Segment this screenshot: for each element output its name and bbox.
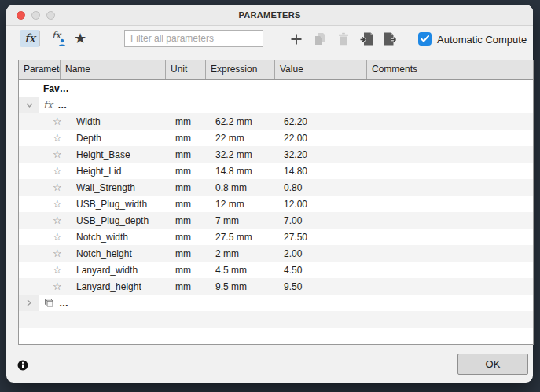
favorite-star-icon[interactable]: ☆ bbox=[53, 231, 62, 243]
info-button[interactable] bbox=[17, 360, 28, 371]
add-parameter-button[interactable] bbox=[288, 31, 305, 47]
parameter-row[interactable]: ☆Wall_Strengthmm0.8 mm0.80 bbox=[19, 179, 533, 196]
param-unit-cell: mm bbox=[171, 265, 211, 276]
column-header-comments[interactable]: Comments bbox=[367, 60, 533, 79]
group-row-model-parameters[interactable]: … bbox=[19, 295, 533, 311]
param-unit-cell: mm bbox=[171, 166, 211, 177]
parameter-row[interactable]: ☆USB_Plug_depthmm7 mm7.00 bbox=[19, 212, 533, 229]
param-expression-cell[interactable]: 22 mm bbox=[211, 133, 279, 144]
title-bar[interactable]: PARAMETERS bbox=[6, 5, 533, 26]
filter-parameters-input[interactable] bbox=[124, 30, 263, 47]
favorite-star-icon[interactable]: ☆ bbox=[53, 148, 62, 160]
param-unit-cell: mm bbox=[171, 133, 211, 144]
favorite-star-icon[interactable]: ☆ bbox=[53, 264, 62, 276]
param-name-cell[interactable]: Wall_Strength bbox=[76, 182, 171, 193]
favorites-group-label: Fav… bbox=[19, 83, 69, 94]
param-name-cell[interactable]: Height_Base bbox=[76, 149, 171, 160]
parameter-row[interactable]: ☆Lanyard_heightmm9.5 mm9.50 bbox=[19, 278, 533, 295]
param-name-cell[interactable]: Notch_width bbox=[76, 232, 171, 243]
param-expression-cell[interactable]: 2 mm bbox=[211, 248, 279, 259]
chevron-down-icon bbox=[26, 103, 33, 108]
param-value-cell: 32.20 bbox=[279, 149, 371, 160]
show-all-parameters-button[interactable]: fx bbox=[20, 30, 40, 47]
favorite-cell: ☆ bbox=[19, 113, 76, 130]
expand-toggle[interactable] bbox=[19, 295, 39, 311]
import-icon bbox=[360, 32, 374, 46]
favorite-star-icon[interactable]: ☆ bbox=[53, 181, 62, 193]
param-expression-cell[interactable]: 62.2 mm bbox=[211, 116, 279, 127]
parameter-row[interactable]: ☆Depthmm22 mm22.00 bbox=[19, 130, 533, 146]
param-value-cell: 14.80 bbox=[279, 166, 371, 177]
favorite-star-icon[interactable]: ☆ bbox=[53, 214, 62, 226]
column-header-value[interactable]: Value bbox=[275, 60, 367, 79]
collapse-toggle[interactable] bbox=[19, 97, 39, 113]
model-group-cube-icon bbox=[42, 297, 54, 310]
param-expression-cell[interactable]: 12 mm bbox=[211, 199, 279, 210]
param-name-cell[interactable]: Depth bbox=[76, 133, 171, 144]
param-unit-cell: mm bbox=[171, 182, 211, 193]
column-header-parameter[interactable]: Parameter bbox=[19, 60, 61, 79]
param-name-cell[interactable]: Width bbox=[76, 116, 171, 127]
param-value-cell: 4.50 bbox=[279, 265, 371, 276]
param-name-cell[interactable]: USB_Plug_width bbox=[76, 199, 171, 210]
model-group-label: … bbox=[59, 298, 68, 309]
parameter-row[interactable]: ☆Notch_heightmm2 mm2.00 bbox=[19, 245, 533, 262]
param-name-cell[interactable]: Lanyard_height bbox=[76, 281, 171, 292]
param-expression-cell[interactable]: 14.8 mm bbox=[211, 166, 279, 177]
parameters-dialog: PARAMETERS fx fx ★ bbox=[6, 5, 533, 383]
param-expression-cell[interactable]: 27.5 mm bbox=[211, 232, 279, 243]
param-unit-cell: mm bbox=[171, 281, 211, 292]
param-value-cell: 7.00 bbox=[279, 215, 371, 226]
automatic-compute-checkbox[interactable] bbox=[418, 32, 432, 46]
ok-button[interactable]: OK bbox=[457, 354, 528, 375]
column-header-unit[interactable]: Unit bbox=[166, 60, 206, 79]
import-parameters-button[interactable] bbox=[358, 31, 376, 47]
param-name-cell[interactable]: USB_Plug_depth bbox=[76, 215, 171, 226]
param-name-cell[interactable]: Notch_height bbox=[76, 248, 171, 259]
param-expression-cell[interactable]: 9.5 mm bbox=[211, 281, 279, 292]
favorite-cell: ☆ bbox=[19, 278, 76, 295]
column-header-name[interactable]: Name bbox=[61, 60, 166, 79]
column-header-expression[interactable]: Expression bbox=[206, 60, 275, 79]
group-row-favorites[interactable]: Fav… bbox=[19, 80, 533, 97]
export-parameters-button[interactable] bbox=[382, 31, 399, 47]
favorite-star-icon[interactable]: ☆ bbox=[53, 132, 62, 144]
param-unit-cell: mm bbox=[171, 215, 211, 226]
parameter-row[interactable]: ☆Widthmm62.2 mm62.20 bbox=[19, 113, 533, 130]
param-name-cell[interactable]: Lanyard_width bbox=[76, 265, 171, 276]
user-group-label: … bbox=[57, 100, 67, 111]
param-expression-cell[interactable]: 32.2 mm bbox=[211, 149, 279, 160]
favorite-star-icon[interactable]: ☆ bbox=[53, 280, 62, 292]
user-icon bbox=[58, 38, 66, 46]
param-expression-cell[interactable]: 4.5 mm bbox=[211, 265, 279, 276]
favorite-star-icon[interactable]: ☆ bbox=[53, 247, 62, 259]
toolbar-divider bbox=[39, 31, 40, 46]
param-name-cell[interactable]: Height_Lid bbox=[76, 166, 171, 177]
parameter-row[interactable]: ☆Lanyard_widthmm4.5 mm4.50 bbox=[19, 262, 533, 278]
group-row-user-parameters[interactable]: fx … bbox=[19, 97, 533, 113]
favorite-cell: ☆ bbox=[19, 163, 76, 179]
chevron-right-icon bbox=[27, 299, 31, 306]
parameter-row[interactable]: ☆USB_Plug_widthmm12 mm12.00 bbox=[19, 196, 533, 212]
favorite-cell: ☆ bbox=[19, 229, 76, 245]
parameter-row[interactable]: ☆Height_Basemm32.2 mm32.20 bbox=[19, 146, 533, 163]
param-expression-cell[interactable]: 7 mm bbox=[211, 215, 279, 226]
parameter-row[interactable]: ☆Height_Lidmm14.8 mm14.80 bbox=[19, 163, 533, 179]
param-unit-cell: mm bbox=[171, 149, 211, 160]
param-unit-cell: mm bbox=[171, 232, 211, 243]
favorite-cell: ☆ bbox=[19, 245, 76, 262]
automatic-compute-label[interactable]: Automatic Compute bbox=[437, 34, 527, 46]
param-expression-cell[interactable]: 0.8 mm bbox=[211, 182, 279, 193]
favorite-star-icon[interactable]: ☆ bbox=[53, 115, 62, 127]
favorite-star-icon[interactable]: ☆ bbox=[53, 165, 62, 177]
copy-parameter-button[interactable] bbox=[311, 31, 329, 47]
export-icon bbox=[384, 32, 398, 46]
parameter-row[interactable]: ☆Notch_widthmm27.5 mm27.50 bbox=[19, 229, 533, 245]
show-user-parameters-button[interactable]: fx bbox=[48, 30, 69, 47]
show-favorites-button[interactable]: ★ bbox=[72, 29, 89, 48]
favorite-star-icon[interactable]: ☆ bbox=[53, 198, 62, 210]
param-value-cell: 2.00 bbox=[279, 248, 371, 259]
param-value-cell: 12.00 bbox=[279, 199, 371, 210]
favorite-cell: ☆ bbox=[19, 146, 76, 163]
delete-parameter-button[interactable] bbox=[335, 31, 352, 47]
